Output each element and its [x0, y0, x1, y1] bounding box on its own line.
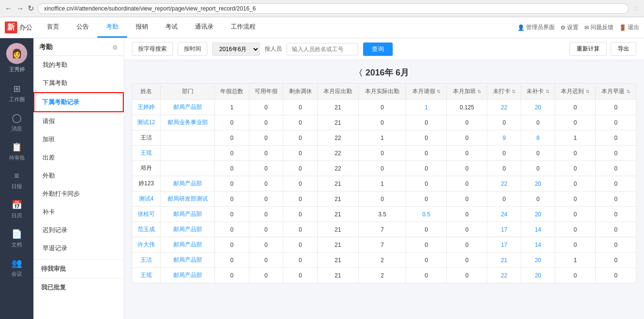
cell-dept[interactable]: 邮局产品部 [161, 222, 215, 237]
menu-late-record[interactable]: 迟到记录 [33, 221, 124, 239]
cell-dept[interactable]: 邮局产品部 [161, 100, 215, 115]
cell-early: 0 [595, 100, 636, 115]
cell-dept [161, 161, 215, 176]
recalc-btn[interactable]: 重新计算 [569, 42, 607, 56]
panel-title: 考勤 [39, 43, 53, 52]
cell-month-should: 22 [317, 146, 358, 161]
cell-month-actual: 7 [358, 222, 406, 237]
cell-overtime: 0 [447, 161, 487, 176]
person-search-input[interactable] [287, 43, 358, 55]
cell-month-leave: 0 [406, 146, 447, 161]
cell-dept[interactable]: 邮局产品部 [161, 207, 215, 222]
pending-label: 待审批 [9, 154, 25, 161]
avatar: 👩 [6, 43, 27, 64]
nav-contacts[interactable]: 通讯录 [186, 17, 222, 38]
menu-overtime[interactable]: 加班 [33, 130, 124, 149]
cell-name[interactable]: 范玉成 [132, 222, 161, 237]
forward-btn[interactable]: → [16, 4, 24, 13]
menu-makeup-punch[interactable]: 补卡 [33, 203, 124, 221]
section-approval: 待我审批 [33, 259, 124, 276]
table-row: 范玉成邮局产品部00021700171400 [132, 222, 636, 237]
menu-leave[interactable]: 请假 [33, 112, 124, 130]
cell-month-should: 22 [317, 130, 358, 146]
logout-link[interactable]: 🚪 退出 [619, 23, 639, 32]
period-select[interactable]: 2016年6月 2016年5月 2016年7月 [212, 43, 260, 56]
cell-no-supp: 14 [521, 237, 555, 253]
sidebar-item-document[interactable]: 📄 文档 [0, 224, 33, 253]
nav-attendance[interactable]: 考勤 [97, 17, 127, 38]
menu-sub-attendance-record[interactable]: 下属考勤记录 ➜ [33, 92, 124, 112]
cell-late: 0 [555, 115, 596, 130]
cell-total-leave: 0 [215, 253, 249, 268]
time-search-btn[interactable]: 按时间 [178, 42, 207, 56]
refresh-btn[interactable]: ↻ [28, 4, 34, 13]
nav-notice[interactable]: 公告 [68, 17, 97, 38]
cell-no-supp: 20 [521, 176, 555, 191]
gear-icon: ⚙ [560, 24, 566, 31]
menu-field-work[interactable]: 外勤 [33, 167, 124, 185]
nav-expense[interactable]: 报销 [127, 17, 157, 38]
cell-name[interactable]: 许大伟 [132, 237, 161, 253]
cell-dept[interactable]: 邮局产品部 [161, 237, 215, 253]
table-container: 〈 2016年 6月 姓名 部门 年假总数 可用年假 剩余调休 本月应出勤 本月… [124, 60, 644, 291]
cell-dept[interactable]: 邮局产品部 [161, 268, 215, 283]
sidebar-item-calendar[interactable]: 📅 日历 [0, 195, 33, 224]
cell-no-supp: 20 [521, 253, 555, 268]
sidebar-item-message[interactable]: ◯ 消息 [0, 108, 33, 137]
alpha-search-btn[interactable]: 按字母搜索 [132, 42, 173, 56]
cell-month-leave: 0 [406, 176, 447, 191]
cell-month-leave: 0 [406, 130, 447, 146]
cell-no-supp: 8 [521, 130, 555, 146]
cell-dept[interactable]: 邮局业务事业部 [161, 115, 215, 130]
cell-late: 0 [555, 207, 596, 222]
menu-field-sync[interactable]: 外勤打卡同步 [33, 185, 124, 203]
cell-total-leave: 0 [215, 115, 249, 130]
settings-link[interactable]: ⚙ 设置 [560, 23, 579, 32]
nav-workflow[interactable]: 工作流程 [222, 17, 264, 38]
cell-total-leave: 0 [215, 130, 249, 146]
menu-sub-attendance[interactable]: 下属考勤 [33, 74, 124, 92]
cell-no-punch: 0 [487, 115, 521, 130]
sidebar-item-pending[interactable]: 📋 待审批 [0, 137, 33, 166]
prev-month-btn[interactable]: 〈 [359, 68, 362, 77]
logout-icon: 🚪 [619, 24, 626, 31]
admin-link[interactable]: 👤 管理员界面 [517, 23, 555, 32]
cell-total-leave: 0 [215, 191, 249, 207]
cell-name[interactable]: 王瑶 [132, 146, 161, 161]
query-button[interactable]: 查询 [363, 43, 393, 56]
menu-early-record[interactable]: 早退记录 [33, 239, 124, 257]
cell-month-should: 21 [317, 268, 358, 283]
cell-name[interactable]: 王洁 [132, 253, 161, 268]
cell-remain-off: 0 [283, 237, 318, 253]
cell-no-punch: 21 [487, 253, 521, 268]
menu-business-trip[interactable]: 出差 [33, 149, 124, 167]
nav-home[interactable]: 首页 [38, 17, 68, 38]
cell-name[interactable]: 测试12 [132, 115, 161, 130]
cell-early: 0 [595, 161, 636, 176]
cell-no-punch: 0 [487, 191, 521, 207]
back-btn[interactable]: ← [5, 4, 12, 13]
cell-no-supp: 0 [521, 146, 555, 161]
sidebar-item-meeting[interactable]: 👥 会议 [0, 253, 33, 282]
cell-dept[interactable]: 邮局产品部 [161, 253, 215, 268]
cell-month-leave: 0 [406, 222, 447, 237]
sidebar-item-workgroup[interactable]: ⊞ 工作圈 [0, 79, 33, 108]
cell-name[interactable]: 张桂可 [132, 207, 161, 222]
cell-name[interactable]: 测试4 [132, 191, 161, 207]
cell-no-punch: 9 [487, 130, 521, 146]
sidebar-item-daily[interactable]: ≡ 日报 [0, 166, 33, 195]
feedback-link[interactable]: ✉ 问题反馈 [584, 23, 613, 32]
meeting-icon: 👥 [11, 258, 22, 268]
panel-settings-icon[interactable]: ⚙ [112, 44, 118, 51]
menu-my-attendance[interactable]: 我的考勤 [33, 56, 124, 74]
cell-no-punch: 17 [487, 237, 521, 253]
feedback-icon: ✉ [584, 24, 589, 31]
cell-avail-leave: 0 [249, 115, 283, 130]
cell-dept[interactable]: 邮局产品部 [161, 176, 215, 191]
cell-dept[interactable]: 邮局研发部测试 [161, 191, 215, 207]
cell-name[interactable]: 王婷婷 [132, 100, 161, 115]
cell-name[interactable]: 王瑶 [132, 268, 161, 283]
export-btn[interactable]: 导出 [611, 42, 636, 56]
nav-exam[interactable]: 考试 [157, 17, 186, 38]
cell-avail-leave: 0 [249, 146, 283, 161]
